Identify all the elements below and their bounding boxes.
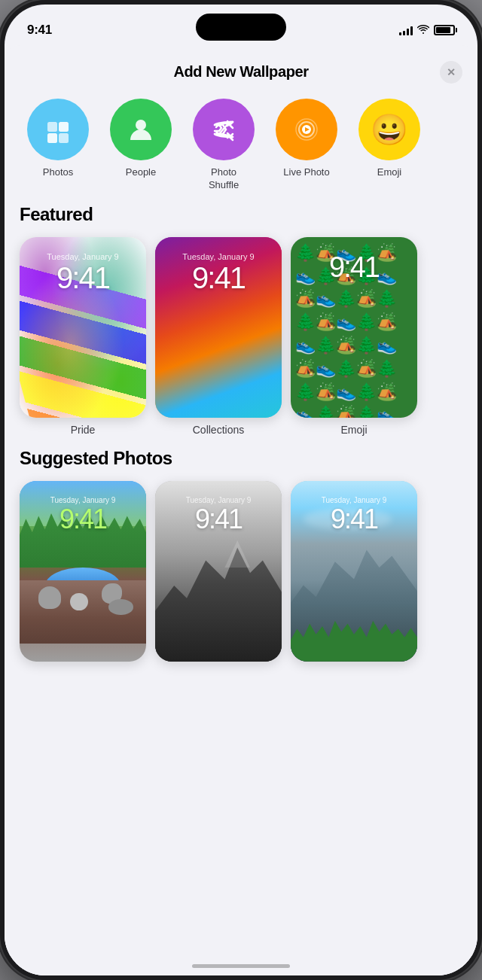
pride-name: Pride	[71, 424, 96, 436]
collections-name: Collections	[193, 424, 244, 436]
suggested-grid: Tuesday, January 9 9:41	[20, 481, 462, 662]
wallpaper-type-live[interactable]: Live Photo	[265, 99, 348, 192]
mountain-color-time-overlay: Tuesday, January 9 9:41	[291, 481, 417, 542]
suggested-mountain-bw-card[interactable]: Tuesday, January 9 9:41	[155, 481, 282, 662]
people-icon	[126, 114, 156, 145]
signal-icon	[399, 25, 413, 35]
shuffle-label: PhotoShuffle	[209, 166, 239, 192]
mountain-bw-time-overlay: Tuesday, January 9 9:41	[155, 481, 282, 542]
suggested-stream-card[interactable]: Tuesday, January 9 9:41	[20, 481, 146, 662]
featured-emoji-card[interactable]: 🌲🏕️👟🌲🏕️ 👟🌲🏕️🌲👟 🏕️👟🌲🏕️🌲 🌲🏕️👟🌲🏕️ 👟🌲🏕️🌲👟 🏕️…	[291, 237, 417, 436]
emoji-wp-preview: 🌲🏕️👟🌲🏕️ 👟🌲🏕️🌲👟 🏕️👟🌲🏕️🌲 🌲🏕️👟🌲🏕️ 👟🌲🏕️🌲👟 🏕️…	[291, 237, 417, 418]
close-button[interactable]: ✕	[440, 61, 462, 84]
emoji-icon-circle: 😀	[358, 99, 420, 160]
stream-time-overlay: Tuesday, January 9 9:41	[20, 481, 146, 542]
people-icon-circle	[110, 99, 172, 160]
mountain-color-preview: Tuesday, January 9 9:41	[291, 481, 417, 662]
live-label: Live Photo	[283, 166, 329, 179]
home-indicator	[192, 964, 290, 968]
svg-rect-0	[47, 122, 57, 132]
suggested-section: Suggested Photos	[5, 448, 477, 674]
featured-grid: Tuesday, January 9 9:41 Pride	[20, 237, 462, 436]
wallpaper-type-emoji[interactable]: 😀 Emoji	[348, 99, 431, 192]
sheet-title: Add New Wallpaper	[173, 63, 308, 81]
sheet-header: Add New Wallpaper ✕	[5, 57, 477, 93]
emoji-wp-name: Emoji	[340, 424, 367, 436]
featured-title: Featured	[20, 204, 462, 225]
featured-section: Featured	[5, 204, 477, 448]
photos-label: Photos	[43, 166, 73, 179]
emoji-label: Emoji	[377, 166, 402, 179]
stream-preview: Tuesday, January 9 9:41	[20, 481, 146, 662]
status-icons	[399, 24, 455, 37]
wallpaper-type-people[interactable]: People	[99, 99, 182, 192]
content-area: Add New Wallpaper ✕	[5, 45, 477, 975]
close-icon: ✕	[447, 66, 456, 78]
suggested-title: Suggested Photos	[20, 448, 462, 469]
people-label: People	[126, 166, 156, 179]
wallpaper-type-photos[interactable]: Photos	[17, 99, 99, 192]
live-photo-icon	[291, 114, 322, 145]
emoji-display-icon: 😀	[371, 112, 408, 148]
photos-icon	[43, 114, 73, 145]
status-time: 9:41	[27, 23, 52, 38]
dynamic-island	[196, 14, 286, 41]
wallpaper-type-shuffle[interactable]: PhotoShuffle	[182, 99, 265, 192]
svg-rect-3	[59, 133, 69, 143]
svg-rect-1	[59, 122, 69, 132]
pride-preview: Tuesday, January 9 9:41	[20, 237, 146, 418]
battery-icon	[434, 25, 455, 35]
photos-icon-circle	[27, 99, 89, 160]
shuffle-icon-circle	[193, 99, 255, 160]
shuffle-icon	[209, 114, 239, 145]
svg-point-4	[136, 120, 146, 130]
featured-pride-card[interactable]: Tuesday, January 9 9:41 Pride	[20, 237, 146, 436]
phone-frame: 9:41	[0, 0, 482, 980]
pride-time-overlay: Tuesday, January 9 9:41	[20, 237, 146, 302]
svg-rect-2	[47, 133, 57, 143]
mountain-bw-preview: Tuesday, January 9 9:41	[155, 481, 282, 662]
wallpaper-types-scroll[interactable]: Photos People	[5, 93, 477, 204]
add-wallpaper-sheet: Add New Wallpaper ✕	[5, 45, 477, 975]
collections-time-overlay: Tuesday, January 9 9:41	[155, 237, 282, 302]
screen: 9:41	[5, 5, 477, 975]
wifi-icon	[417, 24, 429, 37]
emoji-time-overlay: 9:41	[291, 237, 417, 291]
featured-collections-card[interactable]: Tuesday, January 9 9:41 Collections	[155, 237, 282, 436]
suggested-mountain-color-card[interactable]: Tuesday, January 9 9:41	[291, 481, 417, 662]
live-icon-circle	[276, 99, 337, 160]
collections-preview: Tuesday, January 9 9:41	[155, 237, 282, 418]
